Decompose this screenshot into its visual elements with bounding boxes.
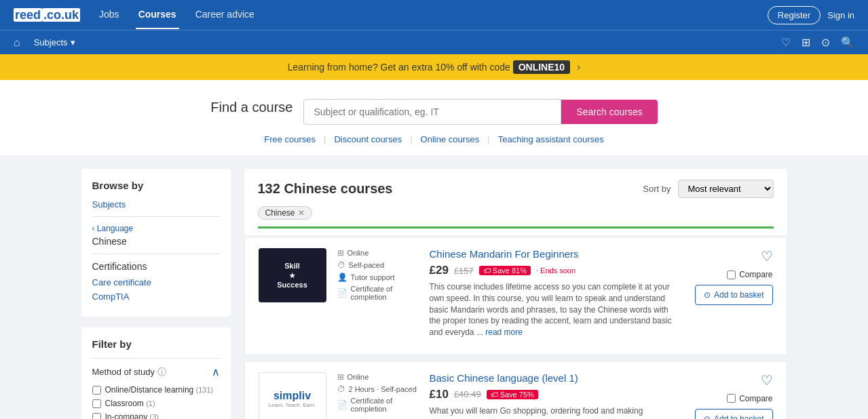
brand-logo[interactable]: reed.co.uk — [14, 8, 80, 22]
filter-incompany-checkbox[interactable] — [92, 413, 101, 420]
filter-online: Online/Distance learning (131) — [92, 385, 220, 395]
active-filters: Chinese ✕ — [258, 206, 774, 225]
cert-comptia[interactable]: CompTIA — [92, 292, 220, 302]
certifications-section: Certifications Care certificate CompTIA — [92, 261, 220, 302]
promo-code: ONLINE10 — [513, 60, 570, 74]
filter-classroom-label: Classroom (1) — [105, 399, 155, 408]
collapse-toggle[interactable]: ∧ — [212, 365, 220, 378]
language-back-link[interactable]: ‹ Language — [92, 224, 220, 233]
main-content: Browse by Subjects ‹ Language Chinese Ce… — [61, 155, 808, 419]
logo-content: simpliv Learn. Teach. Earn. — [269, 390, 316, 408]
compare-label: Compare — [739, 394, 772, 403]
compare-row: Compare — [727, 394, 772, 403]
filter-classroom-checkbox[interactable] — [92, 399, 101, 408]
course-title[interactable]: Basic Chinese language (level 1) — [430, 372, 674, 384]
search-input[interactable] — [303, 99, 561, 125]
cert-icon: 📄 — [337, 288, 347, 298]
meta-paced: ⏱ Self-paced — [337, 260, 419, 270]
search-title: Find a course — [210, 100, 293, 115]
meta-online-label: Online — [347, 249, 369, 257]
filter-tag-chinese: Chinese ✕ — [258, 206, 312, 220]
top-navigation: reed.co.uk Jobs Courses Career advice Re… — [0, 0, 868, 30]
wishlist-button[interactable]: ♡ — [761, 372, 773, 388]
price-row: £29 £157 🏷 Save 81% · Ends soon — [430, 264, 674, 277]
link-discount-courses[interactable]: Discount courses — [334, 134, 402, 144]
compare-checkbox[interactable] — [727, 271, 736, 279]
logo-reed: reed — [14, 8, 42, 22]
meta-cert-label: Certificate of completion — [351, 285, 419, 301]
link-teaching-assistant[interactable]: Teaching assistant courses — [498, 134, 604, 144]
meta-paced-label: Self-paced — [349, 261, 385, 269]
meta-cert: 📄 Certificate of completion — [337, 285, 419, 301]
divider: | — [487, 134, 489, 144]
course-description: What you will learn Go shopping, orderin… — [430, 405, 674, 419]
paced-icon: ⏱ — [337, 384, 345, 394]
logo-couk: .co.uk — [42, 8, 80, 22]
compare-row: Compare — [727, 270, 772, 279]
nav-icons: ♡ ⊞ ⊙ 🔍 — [781, 36, 854, 49]
sort-label: Sort by — [643, 184, 671, 194]
divider — [92, 216, 220, 217]
nav-career-advice[interactable]: Career advice — [193, 1, 257, 29]
save-badge: 🏷 Save 81% — [479, 266, 531, 275]
filter-section: Filter by Method of study ⓘ ∧ Online/Dis… — [81, 327, 231, 419]
meta-online: ⊞ Online — [337, 372, 419, 382]
promo-text: Learning from home? Get an extra 10% off… — [288, 62, 513, 73]
course-meta: ⊞ Online ⏱ Self-paced 👤 Tutor support 📄 … — [337, 248, 419, 304]
nav-jobs[interactable]: Jobs — [96, 1, 122, 29]
course-actions: ♡ Compare ⊙ Add to basket — [685, 248, 773, 305]
wishlist-button[interactable]: ♡ — [761, 248, 773, 264]
link-free-courses[interactable]: Free courses — [264, 134, 316, 144]
search-icon[interactable]: 🔍 — [841, 36, 854, 49]
secondary-navigation: ⌂ Subjects ▾ ♡ ⊞ ⊙ 🔍 — [0, 30, 868, 54]
home-icon[interactable]: ⌂ — [14, 37, 20, 49]
search-button[interactable]: Search courses — [561, 100, 657, 124]
course-description: This course includes lifetime access so … — [430, 281, 674, 338]
basket-icon[interactable]: ⊙ — [821, 36, 830, 49]
sidebar: Browse by Subjects ‹ Language Chinese Ce… — [81, 169, 231, 419]
course-info: Chinese Mandarin For Beginners £29 £157 … — [430, 248, 674, 344]
compare-icon[interactable]: ⊞ — [801, 36, 810, 49]
divider: | — [410, 134, 412, 144]
certifications-title: Certifications — [92, 261, 220, 272]
read-more-link[interactable]: read more — [485, 327, 523, 337]
courses-count-title: 132 Chinese courses — [258, 181, 393, 197]
sort-select[interactable]: Most relevant Price: low to high Price: … — [678, 180, 774, 198]
green-bar — [258, 226, 774, 228]
add-to-basket-button[interactable]: ⊙ Add to basket — [695, 285, 772, 305]
cert-links: Care certificate CompTIA — [92, 277, 220, 302]
nav-courses[interactable]: Courses — [136, 1, 179, 29]
filter-title: Filter by — [92, 338, 220, 350]
sale-icon: 🏷 — [483, 266, 491, 275]
compare-checkbox[interactable] — [727, 394, 736, 403]
cert-icon: 📄 — [337, 400, 347, 410]
price-row: £10 £40.49 🏷 Save 75% — [430, 388, 674, 401]
signin-link[interactable]: Sign in — [827, 10, 854, 20]
browse-section: Browse by Subjects ‹ Language Chinese Ce… — [81, 169, 231, 317]
course-title[interactable]: Chinese Mandarin For Beginners — [430, 248, 674, 260]
meta-online-label: Online — [347, 373, 369, 381]
course-info: Basic Chinese language (level 1) £10 £40… — [430, 372, 674, 419]
course-actions: ♡ Compare ⊙ Add to basket — [685, 372, 773, 419]
current-price: £10 — [430, 388, 449, 401]
filter-online-checkbox[interactable] — [92, 386, 101, 395]
meta-paced: ⏱ 2 Hours · Self-paced — [337, 384, 419, 394]
cert-care[interactable]: Care certificate — [92, 277, 220, 287]
logo-content: Skill ★ Success — [277, 261, 307, 290]
course-card: Skill ★ Success ⊞ Online ⏱ Self-paced 👤 — [244, 237, 787, 355]
subjects-dropdown[interactable]: Subjects ▾ — [34, 37, 75, 47]
meta-tutor-label: Tutor support — [351, 273, 395, 281]
courses-header-top: 132 Chinese courses Sort by Most relevan… — [258, 180, 774, 198]
compare-label: Compare — [739, 270, 772, 279]
add-to-basket-button[interactable]: ⊙ Add to basket — [695, 409, 772, 419]
method-of-study-header: Method of study ⓘ ∧ — [92, 365, 220, 378]
remove-filter-button[interactable]: ✕ — [298, 208, 305, 218]
info-icon[interactable]: ⓘ — [157, 367, 166, 377]
subjects-breadcrumb[interactable]: Subjects — [92, 199, 220, 210]
subjects-label: Subjects — [34, 37, 68, 47]
link-online-courses[interactable]: Online courses — [421, 134, 480, 144]
wishlist-icon[interactable]: ♡ — [781, 36, 791, 49]
sale-icon: 🏷 — [491, 391, 498, 399]
promo-banner[interactable]: Learning from home? Get an extra 10% off… — [0, 54, 868, 80]
register-button[interactable]: Register — [768, 6, 820, 24]
